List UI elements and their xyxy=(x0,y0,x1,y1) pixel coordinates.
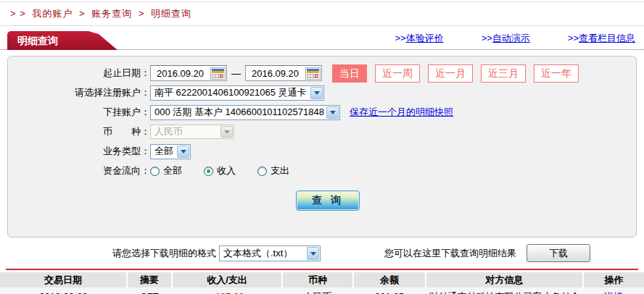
breadcrumb-item-detail-query[interactable]: 明细查询 xyxy=(151,8,191,19)
cell-amount: +185.00 xyxy=(172,287,282,294)
calendar-icon[interactable] xyxy=(305,67,321,80)
auto-demo-link[interactable]: >>自动演示 xyxy=(482,32,530,45)
chevron-down-icon xyxy=(177,146,189,158)
currency-select: 人民币 xyxy=(150,125,234,139)
breadcrumb-prefix: > > xyxy=(10,8,26,19)
chevron-down-icon xyxy=(220,126,233,138)
currency-label: 币 种： xyxy=(8,125,150,138)
flow-option-expense-label: 支出 xyxy=(271,164,289,177)
date-range-row: 起止日期： 2016.09.20 — 2016.09.20 当日 近一周 近一月… xyxy=(8,65,636,81)
radio-unchecked-icon[interactable] xyxy=(257,167,267,176)
quick-last-year-button[interactable]: 近一年 xyxy=(534,64,579,83)
date-to-value: 2016.09.20 xyxy=(252,68,305,79)
business-type-label: 业务类型： xyxy=(8,145,150,158)
download-button[interactable]: 下载 xyxy=(527,244,590,262)
radio-checked-icon[interactable] xyxy=(204,167,213,176)
sub-account-row: 下挂账户： 000 活期 基本户 1406600101102571848 保存近… xyxy=(8,104,636,120)
chevron-down-icon xyxy=(310,87,323,99)
register-account-label: 请选择注册账户： xyxy=(8,86,150,99)
cell-currency: 人民币 xyxy=(282,287,353,294)
register-account-row: 请选择注册账户： 南平 6222001406100921065 灵通卡 xyxy=(8,85,636,101)
fund-flow-options: 全部 收入 支出 xyxy=(150,164,289,177)
radio-unchecked-icon[interactable] xyxy=(150,167,160,176)
breadcrumb-item-my-account[interactable]: 我的账户 xyxy=(32,8,73,19)
currency-value: 人民币 xyxy=(154,125,183,138)
col-header-date: 交易日期 xyxy=(0,272,127,287)
flow-option-income-label: 收入 xyxy=(217,164,236,177)
detail-link[interactable]: 详情 xyxy=(604,291,623,294)
cell-date: 2016-09-20 xyxy=(0,287,127,294)
flow-option-all[interactable]: 全部 xyxy=(150,164,182,177)
date-range-separator: — xyxy=(231,68,241,79)
snapshot-link[interactable]: 保存近一个月的明细快照 xyxy=(350,106,453,119)
table-top-divider xyxy=(6,269,638,270)
quick-last-3-months-button[interactable]: 近三月 xyxy=(481,64,526,83)
quick-last-month-button[interactable]: 近一月 xyxy=(428,64,473,83)
col-header-currency: 币种 xyxy=(282,272,353,287)
date-range-label: 起止日期： xyxy=(8,67,150,80)
sub-account-label: 下挂账户： xyxy=(8,106,150,119)
flow-option-income[interactable]: 收入 xyxy=(204,164,236,177)
flow-option-expense[interactable]: 支出 xyxy=(257,164,289,177)
date-from-input[interactable]: 2016.09.20 xyxy=(150,65,227,81)
chevron-down-icon xyxy=(326,106,339,119)
cell-summary: CFT xyxy=(127,287,172,294)
calendar-icon[interactable] xyxy=(210,67,226,80)
col-header-counterparty: 对方信息 xyxy=(426,272,583,287)
tab-detail-query[interactable]: 明细查询 xyxy=(7,31,117,50)
flow-option-all-label: 全部 xyxy=(163,164,182,177)
breadcrumb: > > 我的账户 > 账务查询 > 明细查询 xyxy=(0,2,644,26)
query-button-row: 查 询 xyxy=(8,190,636,211)
breadcrumb-separator: > xyxy=(79,8,86,19)
date-from-value: 2016.09.20 xyxy=(157,68,210,79)
register-account-select[interactable]: 南平 6222001406100921065 灵通卡 xyxy=(150,85,324,101)
fund-flow-label: 资金流向： xyxy=(8,164,150,177)
table-row: 2016-09-20 CFT +185.00 人民币 991.35 财付通支付科… xyxy=(0,287,644,294)
sub-account-select[interactable]: 000 活期 基本户 1406600101102571848 xyxy=(150,105,340,120)
chevron-down-icon xyxy=(307,247,319,260)
register-account-value: 南平 6222001406100921065 灵通卡 xyxy=(154,86,307,99)
column-info-link[interactable]: >>查看栏目信息 xyxy=(568,32,635,45)
download-format-value: 文本格式（.txt） xyxy=(223,247,292,260)
result-table: 交易日期 摘要 收入/支出 币种 余额 对方信息 操作 2016-09-20 C… xyxy=(0,272,644,294)
breadcrumb-separator: > xyxy=(139,8,145,19)
tab-bar: 明细查询 >>体验评价 >>自动演示 >>查看栏目信息 xyxy=(0,28,644,50)
quick-range-buttons: 当日 近一周 近一月 近三月 近一年 xyxy=(332,64,579,83)
quick-last-week-button[interactable]: 近一周 xyxy=(375,64,420,83)
business-type-row: 业务类型： 全部 xyxy=(8,143,636,159)
fund-flow-row: 资金流向： 全部 收入 支出 xyxy=(8,163,636,179)
download-format-select[interactable]: 文本格式（.txt） xyxy=(219,245,321,261)
business-type-value: 全部 xyxy=(154,145,173,158)
download-format-label: 请您选择下载明细的格式 xyxy=(112,247,216,260)
quick-today-button[interactable]: 当日 xyxy=(332,64,367,83)
header-links: >>体验评价 >>自动演示 >>查看栏目信息 xyxy=(395,32,635,45)
table-header-row: 交易日期 摘要 收入/支出 币种 余额 对方信息 操作 xyxy=(0,272,644,287)
col-header-balance: 余额 xyxy=(353,272,426,287)
cell-balance: 991.35 xyxy=(353,287,426,294)
query-button[interactable]: 查 询 xyxy=(296,190,360,211)
download-hint: 您可以在这里下载查询明细结果 xyxy=(384,247,516,260)
col-header-summary: 摘要 xyxy=(127,272,172,287)
sub-account-value: 000 活期 基本户 1406600101102571848 xyxy=(154,106,324,119)
currency-row: 币 种： 人民币 xyxy=(8,124,636,140)
breadcrumb-item-account-query[interactable]: 账务查询 xyxy=(91,8,132,19)
col-header-action: 操作 xyxy=(583,272,644,287)
cell-action: 详情 xyxy=(583,287,644,294)
date-to-input[interactable]: 2016.09.20 xyxy=(245,65,322,81)
download-row: 请您选择下载明细的格式 文本格式（.txt） 您可以在这里下载查询明细结果 下载 xyxy=(0,244,644,262)
business-type-select[interactable]: 全部 xyxy=(150,144,191,159)
col-header-amount: 收入/支出 xyxy=(172,272,282,287)
experience-review-link[interactable]: >>体验评价 xyxy=(395,32,443,45)
cell-counterparty: 财付通支付科技有限公司客户备付金 xyxy=(426,287,583,294)
query-form-panel: 起止日期： 2016.09.20 — 2016.09.20 当日 近一周 近一月… xyxy=(7,56,637,238)
